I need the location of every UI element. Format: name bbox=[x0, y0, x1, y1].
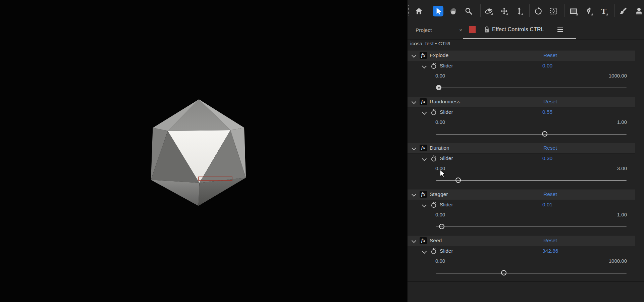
chevron-down-icon[interactable] bbox=[412, 238, 416, 243]
param-value[interactable]: 0.00 bbox=[542, 63, 552, 69]
slider-thumb[interactable] bbox=[455, 178, 461, 183]
active-tab-underline bbox=[463, 38, 576, 39]
slider-track[interactable] bbox=[436, 134, 627, 135]
dolly-camera-tool-icon[interactable] bbox=[515, 7, 524, 15]
effect-name[interactable]: Explode bbox=[430, 52, 448, 58]
stopwatch-icon[interactable] bbox=[430, 155, 437, 164]
stopwatch-icon[interactable] bbox=[430, 109, 437, 117]
toolbar-separator bbox=[564, 4, 565, 17]
chevron-down-icon[interactable] bbox=[422, 64, 427, 68]
slider-track[interactable] bbox=[436, 226, 627, 227]
param-value[interactable]: 0.30 bbox=[542, 155, 552, 161]
param-value[interactable]: 342.86 bbox=[542, 248, 558, 254]
param-label[interactable]: Slider bbox=[440, 202, 453, 208]
range-row: 0.00 1000.00 bbox=[408, 256, 644, 266]
range-max: 1000.00 bbox=[609, 73, 627, 79]
slider-thumb[interactable] bbox=[542, 131, 547, 137]
fx-badge-icon: fx bbox=[420, 237, 427, 244]
chevron-down-icon[interactable] bbox=[422, 249, 427, 254]
type-tool-icon[interactable]: T bbox=[599, 7, 608, 15]
composition-viewport[interactable] bbox=[0, 0, 407, 302]
orbit-camera-tool-icon[interactable] bbox=[484, 7, 493, 15]
effect-header-row[interactable]: fx Explode Reset bbox=[408, 50, 635, 61]
reset-button[interactable]: Reset bbox=[543, 52, 557, 58]
hamburger-menu-icon[interactable] bbox=[557, 28, 563, 32]
slider-track[interactable] bbox=[436, 180, 627, 181]
pen-tool-icon[interactable] bbox=[584, 7, 593, 15]
fx-badge-icon: fx bbox=[420, 98, 427, 105]
fx-badge-icon: fx bbox=[420, 191, 427, 198]
effect-name[interactable]: Seed bbox=[430, 238, 442, 244]
lock-open-icon[interactable] bbox=[483, 26, 490, 34]
param-label[interactable]: Slider bbox=[440, 248, 453, 254]
hand-tool-icon[interactable] bbox=[449, 7, 458, 15]
pan-camera-tool-icon[interactable] bbox=[500, 7, 508, 15]
reset-button[interactable]: Reset bbox=[543, 191, 557, 197]
param-label[interactable]: Slider bbox=[440, 155, 453, 161]
effect-header-row[interactable]: fx Randomness Reset bbox=[408, 97, 635, 107]
slider-track[interactable] bbox=[436, 273, 627, 273]
slider-thumb[interactable] bbox=[436, 85, 441, 90]
slider-track[interactable] bbox=[436, 88, 627, 88]
range-max: 1000.00 bbox=[609, 258, 627, 264]
chevron-down-icon[interactable] bbox=[422, 110, 427, 115]
range-min: 0.00 bbox=[435, 165, 445, 171]
slider-thumb[interactable] bbox=[439, 224, 444, 229]
tab-close-icon[interactable]: × bbox=[459, 27, 462, 33]
reset-button[interactable]: Reset bbox=[543, 238, 557, 244]
rectangle-tool-icon[interactable] bbox=[569, 7, 578, 15]
effect-controls-panel: T Project × Effect Controls CTRL bbox=[407, 0, 644, 302]
zoom-tool-icon[interactable] bbox=[464, 7, 473, 15]
stopwatch-icon[interactable] bbox=[430, 201, 437, 210]
slider-row bbox=[408, 129, 644, 139]
toolbar-separator bbox=[529, 4, 530, 17]
chevron-down-icon[interactable] bbox=[412, 146, 416, 150]
brush-tool-icon[interactable] bbox=[619, 7, 628, 15]
param-label[interactable]: Slider bbox=[440, 109, 453, 115]
chevron-down-icon[interactable] bbox=[412, 53, 416, 58]
fx-badge-icon: fx bbox=[420, 145, 427, 151]
effect-name[interactable]: Stagger bbox=[430, 191, 448, 197]
rotate-tool-icon[interactable] bbox=[534, 7, 543, 15]
icosahedron-render bbox=[144, 94, 255, 211]
slider-row bbox=[408, 268, 644, 278]
range-min: 0.00 bbox=[435, 258, 445, 264]
range-min: 0.00 bbox=[435, 73, 445, 79]
home-icon[interactable] bbox=[415, 7, 423, 15]
range-row: 0.00 1000.00 bbox=[408, 71, 644, 81]
clone-stamp-tool-icon[interactable] bbox=[635, 7, 643, 15]
fx-badge-icon: fx bbox=[420, 52, 427, 59]
stopwatch-icon[interactable] bbox=[430, 248, 437, 256]
param-value[interactable]: 0.01 bbox=[542, 202, 552, 208]
toolbar-separator bbox=[480, 4, 481, 17]
tab-project[interactable]: Project bbox=[416, 27, 432, 33]
reset-button[interactable]: Reset bbox=[543, 145, 557, 151]
param-label[interactable]: Slider bbox=[440, 63, 453, 69]
camera-bounds-tool-icon[interactable] bbox=[549, 7, 558, 15]
chevron-down-icon[interactable] bbox=[422, 156, 427, 161]
selection-tool-icon[interactable] bbox=[433, 6, 443, 16]
effect-name[interactable]: Duration bbox=[430, 145, 449, 151]
range-row: 0.00 3.00 bbox=[408, 164, 644, 174]
chevron-down-icon[interactable] bbox=[422, 203, 427, 207]
effect-header-row[interactable]: fx Seed Reset bbox=[408, 236, 635, 246]
composition-breadcrumb[interactable]: icosa_test • CTRL bbox=[410, 41, 452, 47]
range-max: 1.00 bbox=[617, 212, 627, 217]
toolbar: T bbox=[408, 0, 644, 22]
panel-color-swatch[interactable] bbox=[469, 26, 476, 33]
stopwatch-icon[interactable] bbox=[430, 62, 437, 71]
tab-effect-controls[interactable]: Effect Controls CTRL bbox=[492, 27, 544, 33]
param-row: Slider 0.55 bbox=[408, 107, 644, 117]
slider-thumb[interactable] bbox=[501, 270, 506, 275]
effect-header-row[interactable]: fx Duration Reset bbox=[408, 143, 635, 154]
range-max: 1.00 bbox=[617, 119, 627, 125]
chevron-down-icon[interactable] bbox=[412, 192, 416, 197]
reset-button[interactable]: Reset bbox=[543, 99, 557, 105]
range-max: 3.00 bbox=[617, 165, 627, 171]
effect-section-explode: fx Explode Reset Slider 0.00 0.00 1000.0… bbox=[408, 50, 644, 97]
effect-header-row[interactable]: fx Stagger Reset bbox=[408, 189, 635, 200]
slider-row bbox=[408, 222, 644, 232]
param-value[interactable]: 0.55 bbox=[542, 109, 552, 115]
chevron-down-icon[interactable] bbox=[412, 99, 416, 104]
effect-name[interactable]: Randomness bbox=[430, 99, 460, 105]
